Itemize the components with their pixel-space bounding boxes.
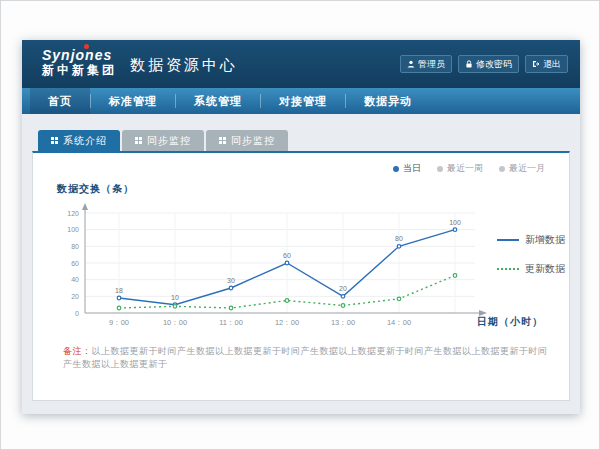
nav-item-standard-management[interactable]: 标准管理 [91,88,175,114]
time-filter-legend: 当日 最近一周 最近一月 [393,162,545,175]
screen: Synjones 新中新集团 数据资源中心 管理员 修改密码 [0,0,600,450]
legend-label: 更新数据 [525,262,565,276]
tab-sync-monitor-2[interactable]: 同步监控 [206,130,288,151]
svg-text:18: 18 [115,287,123,294]
footnote-label: 备注： [63,346,92,356]
chart-card: 当日 最近一周 最近一月 数据交换（条） 0204060801001209：00… [32,151,570,401]
header: Synjones 新中新集团 数据资源中心 管理员 修改密码 [22,40,580,88]
chart-canvas: 0204060801001209：0010：0011：0012：0013：001… [51,201,491,341]
line-sample-icon [497,268,519,270]
line-sample-icon [497,239,519,241]
logo-text: Synjones [42,47,117,63]
tab-label: 系统介绍 [63,134,107,148]
legend-item-updated-data[interactable]: 更新数据 [497,262,565,276]
svg-text:60: 60 [283,252,291,259]
svg-text:12：00: 12：00 [275,318,299,327]
content-area: 系统介绍 同步监控 同步监控 当日 最近一 [22,114,580,414]
svg-text:13：00: 13：00 [331,318,355,327]
logo: Synjones 新中新集团 [42,47,117,78]
time-filter-last-month[interactable]: 最近一月 [499,162,545,175]
series-legend: 新增数据 更新数据 [497,233,565,291]
footnote: 备注：以上数据更新于时间产生数据以上数据更新于时间产生数据以上数据更新于时间产生… [63,345,549,371]
legend-item-new-data[interactable]: 新增数据 [497,233,565,247]
lock-icon [465,60,473,68]
change-password-button-label: 修改密码 [476,58,512,70]
grid-icon [51,137,58,144]
grid-icon [219,137,226,144]
time-filter-last-week[interactable]: 最近一周 [437,162,483,175]
header-actions: 管理员 修改密码 退出 [400,55,568,73]
svg-text:10：00: 10：00 [163,318,187,327]
x-axis-title: 日期（小时） [477,315,543,329]
svg-text:100: 100 [449,219,461,226]
svg-text:20: 20 [71,293,79,300]
svg-text:9：00: 9：00 [109,318,129,327]
main-nav: 首页 标准管理 系统管理 对接管理 数据异动 [22,88,580,114]
tab-system-intro[interactable]: 系统介绍 [38,130,120,151]
nav-item-interface-management[interactable]: 对接管理 [261,88,345,114]
nav-item-home[interactable]: 首页 [30,88,90,114]
app-window: Synjones 新中新集团 数据资源中心 管理员 修改密码 [22,40,580,414]
svg-text:10: 10 [171,294,179,301]
svg-text:11：00: 11：00 [219,318,243,327]
dot-icon [393,166,399,172]
dot-icon [437,166,443,172]
logout-button-label: 退出 [543,58,561,70]
tab-bar: 系统介绍 同步监控 同步监控 [38,130,288,151]
logo-subtext: 新中新集团 [42,63,117,78]
time-filter-label: 当日 [403,162,421,175]
nav-item-system-management[interactable]: 系统管理 [176,88,260,114]
logout-icon [532,60,540,68]
svg-text:100: 100 [67,226,79,233]
svg-text:120: 120 [67,210,79,217]
svg-text:40: 40 [71,276,79,283]
svg-text:30: 30 [227,277,235,284]
time-filter-label: 最近一月 [509,162,545,175]
y-axis-title: 数据交换（条） [57,182,134,196]
svg-text:80: 80 [395,235,403,242]
page-title: 数据资源中心 [130,56,238,75]
svg-text:60: 60 [71,260,79,267]
tab-label: 同步监控 [147,134,191,148]
svg-text:0: 0 [75,310,79,317]
dot-icon [499,166,505,172]
logout-button[interactable]: 退出 [525,55,568,73]
legend-label: 新增数据 [525,233,565,247]
time-filter-label: 最近一周 [447,162,483,175]
logo-red-dot-icon [84,44,89,49]
admin-button-label: 管理员 [418,58,445,70]
time-filter-today[interactable]: 当日 [393,162,421,175]
admin-button[interactable]: 管理员 [400,55,452,73]
tab-sync-monitor-1[interactable]: 同步监控 [122,130,204,151]
user-icon [407,60,415,68]
grid-icon [135,137,142,144]
svg-text:80: 80 [71,243,79,250]
footnote-text: 以上数据更新于时间产生数据以上数据更新于时间产生数据以上数据更新于时间产生数据以… [63,346,548,369]
svg-text:20: 20 [339,285,347,292]
change-password-button[interactable]: 修改密码 [458,55,519,73]
tab-label: 同步监控 [231,134,275,148]
svg-text:14：00: 14：00 [387,318,411,327]
nav-item-data-changes[interactable]: 数据异动 [346,88,430,114]
